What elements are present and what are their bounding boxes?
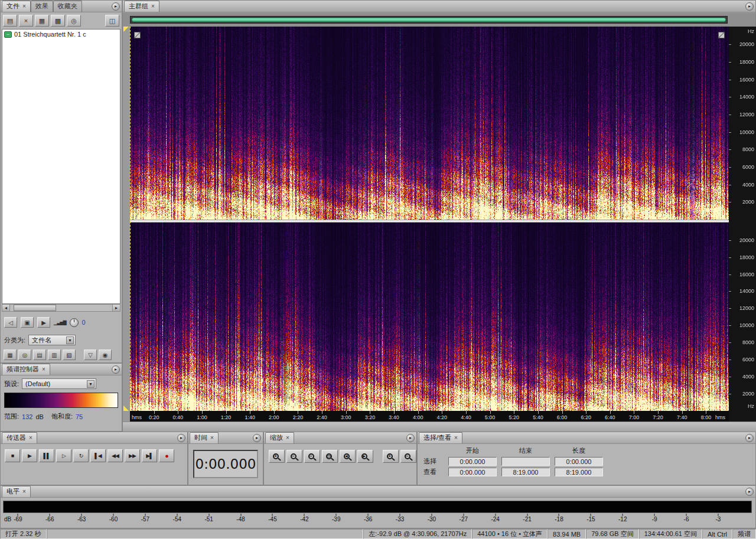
close-icon[interactable]: × — [22, 4, 26, 9]
insert-cd-button[interactable]: ◎ — [67, 15, 81, 27]
show-files-toggle[interactable]: ▦ — [4, 349, 17, 360]
show-loops-toggle[interactable]: ◎ — [18, 349, 31, 360]
file-item[interactable]: ~ 01 Streichquartett Nr. 1 c — [2, 30, 120, 39]
close-file-button[interactable]: × — [19, 15, 33, 27]
preset-dropdown[interactable]: (Default) ▼ — [22, 378, 96, 389]
zoom-to-selection-button[interactable]: ▭ — [322, 450, 338, 463]
show-video-toggle[interactable]: ▤ — [33, 349, 46, 360]
playhead-marker-top-icon[interactable] — [123, 27, 129, 32]
stop-button[interactable]: ■ — [5, 449, 20, 462]
scroll-left-icon[interactable]: ◂ — [2, 305, 10, 311]
close-icon[interactable]: × — [22, 489, 26, 495]
zoom-navigation-track[interactable] — [130, 16, 728, 24]
spectrogram-view[interactable]: hms hms 0:200:401:001:201:402:002:202:40… — [130, 27, 729, 422]
selection-length-field[interactable]: 0:00.000 — [555, 457, 603, 466]
range-value[interactable]: 132 — [22, 413, 32, 420]
zoom-in-vertical-button[interactable]: + — [383, 450, 399, 463]
view-start-field[interactable]: 0:00.000 — [448, 468, 497, 476]
chevron-down-icon[interactable]: ▼ — [87, 380, 94, 388]
saturation-value[interactable]: 75 — [76, 413, 83, 420]
panel-menu-icon[interactable]: ▸ — [745, 488, 754, 496]
scale-handle-right-icon[interactable] — [718, 32, 725, 38]
play-looped-button[interactable]: ↻ — [73, 449, 89, 462]
tab-selection-view[interactable]: 选择/查看 × — [419, 432, 462, 443]
view-length-field[interactable]: 8:19.000 — [555, 468, 603, 476]
tab-spectral-controls[interactable]: 频谱控制器 × — [2, 364, 50, 375]
frequency-ruler[interactable]: Hz 2000018000160001400012000100008000600… — [729, 27, 756, 422]
selection-end-field[interactable] — [501, 457, 550, 466]
close-icon[interactable]: × — [29, 435, 32, 441]
pause-button[interactable]: ▌▌ — [39, 449, 54, 462]
insert-multitrack-button[interactable]: ▩ — [51, 15, 65, 27]
record-button[interactable]: ● — [159, 449, 174, 462]
panel-menu-icon[interactable]: ▸ — [745, 434, 754, 442]
panel-menu-icon[interactable]: ▸ — [177, 434, 185, 442]
tab-zoom[interactable]: 缩放 × — [265, 432, 294, 443]
zoom-navigation-bar[interactable] — [132, 18, 726, 22]
preset-row: 预设: (Default) ▼ — [1, 375, 122, 389]
time-tick — [514, 411, 514, 414]
close-all-button[interactable]: ▦ — [35, 15, 49, 27]
play-from-cursor-button[interactable]: ▷ — [56, 449, 71, 462]
cd-button[interactable]: ◉ — [99, 349, 112, 360]
selection-start-field[interactable]: 0:00.000 — [448, 457, 497, 466]
close-icon[interactable]: × — [286, 435, 289, 441]
sort-dropdown[interactable]: 文件名 ▼ — [28, 335, 76, 345]
tab-effects[interactable]: 效果 — [31, 1, 53, 12]
zoom-selection-right-button[interactable]: ▸ — [357, 450, 373, 463]
close-icon[interactable]: × — [454, 435, 458, 441]
scale-handle-left-icon[interactable] — [134, 32, 141, 38]
view-end-field[interactable]: 8:19.000 — [501, 468, 550, 476]
scroll-thumb[interactable] — [14, 305, 56, 311]
panel-menu-icon[interactable]: ▸ — [745, 2, 754, 11]
tab-favorites[interactable]: 收藏夹 — [53, 1, 82, 12]
tab-main-group[interactable]: 主群组 × — [124, 1, 159, 12]
playhead-marker-bottom-icon[interactable] — [123, 406, 129, 411]
zoom-selection-left-button[interactable]: ◂ — [340, 450, 356, 463]
time-display[interactable]: 0:00.000 — [193, 450, 258, 478]
horizontal-scrollbar[interactable]: ◂ ▸ — [2, 304, 120, 312]
close-icon[interactable]: × — [151, 4, 155, 9]
tab-levels[interactable]: 电平 × — [2, 486, 31, 497]
preview-play-button[interactable]: ▶ — [37, 317, 50, 328]
level-meter[interactable] — [3, 501, 752, 513]
panel-menu-icon[interactable]: ▸ — [253, 434, 261, 442]
tab-files[interactable]: 文件 × — [2, 1, 31, 12]
playhead-line[interactable] — [130, 27, 131, 411]
chevron-down-icon[interactable]: ▼ — [66, 337, 74, 344]
fast-forward-button[interactable]: ▶▶ — [125, 449, 140, 462]
selection-panel-header: 选择/查看 × ▸ — [418, 432, 755, 444]
zoom-in-horizontal-button[interactable]: + — [269, 450, 285, 463]
preview-volume-value[interactable]: 0 — [82, 319, 86, 326]
scroll-right-icon[interactable]: ▸ — [112, 305, 120, 311]
go-to-beginning-button[interactable]: ▌◀ — [90, 449, 106, 462]
show-midi-toggle[interactable]: ▥ — [48, 349, 61, 360]
show-markers-toggle[interactable]: ▧ — [63, 349, 76, 360]
zoom-out-vertical-button[interactable]: − — [400, 450, 416, 463]
play-button[interactable]: ▶ — [22, 449, 37, 462]
spectral-colormap-bar[interactable] — [4, 393, 118, 408]
show-options-button[interactable]: ◫ — [105, 15, 119, 27]
auto-play-toggle[interactable]: ◁ — [4, 317, 17, 328]
time-ruler[interactable]: hms hms 0:200:401:001:201:402:002:202:40… — [130, 411, 729, 422]
filter-button[interactable]: ▽ — [84, 349, 97, 360]
preset-value: (Default) — [25, 380, 50, 387]
zoom-out-horizontal-button[interactable]: − — [286, 450, 302, 463]
panel-menu-icon[interactable]: ▸ — [112, 2, 120, 11]
rewind-button[interactable]: ◀◀ — [107, 449, 123, 462]
tab-transport[interactable]: 传送器 × — [2, 432, 37, 443]
loop-preview-button[interactable]: ▣ — [21, 317, 34, 328]
preview-volume-dial[interactable] — [70, 318, 79, 327]
spectrogram-right-channel[interactable] — [130, 223, 729, 411]
spectrogram-left-channel[interactable] — [130, 27, 729, 220]
zoom-full-button[interactable]: − — [304, 450, 320, 463]
panel-menu-icon[interactable]: ▸ — [112, 365, 120, 374]
panel-menu-icon[interactable]: ▸ — [406, 434, 415, 442]
close-icon[interactable]: × — [42, 367, 45, 373]
magnifier-icon: ◂ — [344, 453, 350, 459]
file-list[interactable]: ~ 01 Streichquartett Nr. 1 c — [2, 29, 120, 304]
import-file-button[interactable]: ▤ — [3, 15, 17, 27]
go-to-end-button[interactable]: ▶▌ — [142, 449, 157, 462]
tab-time[interactable]: 时间 × — [190, 432, 219, 443]
close-icon[interactable]: × — [210, 435, 214, 441]
